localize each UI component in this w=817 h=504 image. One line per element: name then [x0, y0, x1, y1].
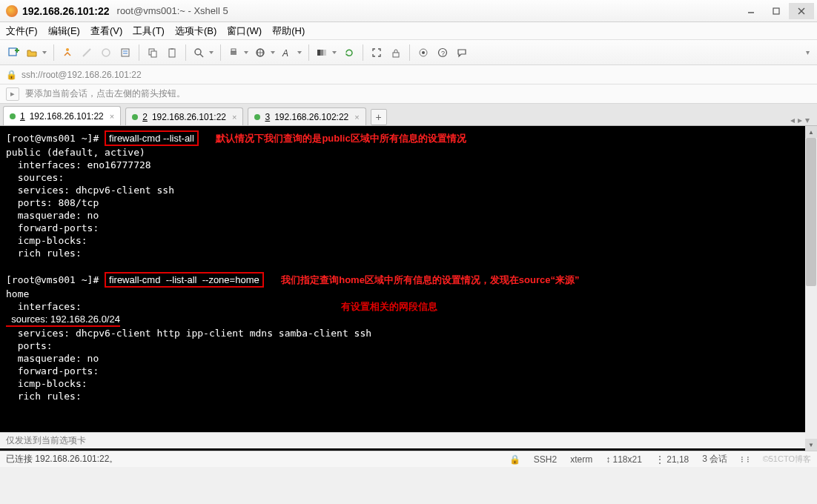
status-ssh: SSH2 [534, 454, 557, 465]
menubar: 文件(F) 编辑(E) 查看(V) 工具(T) 选项卡(B) 窗口(W) 帮助(… [0, 22, 817, 40]
statusbar: 已连接 192.168.26.101:22。 🔒 SSH2 xterm ↕ 11… [0, 451, 817, 467]
fullscreen-button[interactable] [368, 44, 386, 62]
status-sessions: 3 会话 [702, 453, 727, 465]
tab-prev-button[interactable]: ◂ [790, 115, 795, 125]
maximize-button[interactable] [764, 3, 789, 19]
tab-menu-button[interactable]: ▾ [805, 115, 810, 125]
connect-button[interactable] [59, 44, 76, 62]
scrollbar[interactable]: ▲ ▼ [805, 126, 817, 451]
hint-bar: ▸ 要添加当前会话，点击左侧的箭头按钮。 [0, 84, 817, 104]
tabstrip: 1 192.168.26.101:22 × 2 192.168.26.101:2… [0, 104, 817, 126]
print-button[interactable] [225, 44, 251, 62]
annotation-1: 默认情况下我们查询的是public区域中所有信息的设置情况 [216, 133, 466, 144]
window-controls [738, 3, 814, 19]
tab-next-button[interactable]: ▸ [798, 115, 802, 125]
scroll-down-button[interactable]: ▼ [805, 439, 817, 451]
figure-label: 图1-58 [0, 420, 27, 431]
window-title-sub: root@vms001:~ - Xshell 5 [117, 5, 228, 16]
refresh-button[interactable] [340, 44, 358, 62]
globe-button[interactable] [252, 44, 277, 62]
svg-rect-20 [231, 49, 236, 51]
color-scheme-button[interactable] [314, 44, 339, 62]
tab-close-button[interactable]: × [110, 112, 114, 121]
status-lock-icon: 🔒 [509, 454, 520, 465]
svg-point-27 [422, 51, 425, 54]
properties-button[interactable] [116, 44, 134, 62]
command-highlight: firewall-cmd --list-all [105, 130, 199, 146]
address-bar: 🔒 ssh://root@192.168.26.101:22 [0, 65, 817, 84]
svg-rect-23 [317, 50, 320, 56]
annotation-2a: 我们指定查询home区域中所有信息的设置情况，发现在source“来源” [281, 274, 579, 285]
close-button[interactable] [789, 3, 814, 19]
svg-rect-19 [231, 51, 236, 55]
sources-underline: sources: 192.168.26.0/24 [6, 313, 120, 327]
tunnel-button[interactable] [414, 44, 432, 62]
svg-rect-14 [151, 51, 156, 57]
status-size: ↕ 118x21 [606, 454, 642, 465]
titlebar: 192.168.26.101:22 root@vms001:~ - Xshell… [0, 0, 817, 22]
lock-icon: 🔒 [6, 70, 17, 80]
status-term: xterm [570, 454, 592, 465]
session-tab-3[interactable]: 3 192.168.26.102:22 × [248, 107, 366, 125]
reconnect-button[interactable] [97, 44, 115, 62]
scroll-thumb[interactable] [806, 138, 816, 286]
svg-rect-4 [9, 48, 16, 56]
menu-tabs[interactable]: 选项卡(B) [175, 24, 216, 38]
tab-close-button[interactable]: × [232, 113, 236, 122]
tab-label: 192.168.26.101:22 [30, 111, 104, 122]
session-tab-2[interactable]: 2 192.168.26.101:22 × [125, 107, 243, 125]
svg-point-9 [102, 49, 110, 56]
session-tab-1[interactable]: 1 192.168.26.101:22 × [3, 106, 121, 125]
svg-text:?: ? [441, 50, 445, 57]
svg-rect-24 [320, 50, 323, 56]
status-dot-icon [132, 114, 138, 120]
svg-point-17 [195, 49, 201, 55]
status-divider: ⁝ ⁝ [741, 454, 749, 465]
svg-line-18 [200, 54, 203, 57]
copy-button[interactable] [144, 44, 162, 62]
hint-text: 要添加当前会话，点击左侧的箭头按钮。 [25, 87, 185, 100]
tab-navigation: ◂ ▸ ▾ [790, 115, 814, 125]
help-button[interactable]: ? [434, 44, 452, 62]
svg-line-8 [83, 49, 90, 56]
toolbar: A ? ▾ [0, 40, 817, 65]
address-url[interactable]: ssh://root@192.168.26.101:22 [22, 70, 142, 80]
disconnect-button[interactable] [78, 44, 96, 62]
svg-text:A: A [282, 48, 288, 58]
paste-button[interactable] [163, 44, 181, 62]
svg-rect-1 [773, 8, 779, 14]
menu-tools[interactable]: 工具(T) [133, 24, 165, 38]
new-session-button[interactable] [4, 44, 22, 62]
scroll-up-button[interactable]: ▲ [805, 126, 817, 138]
menu-window[interactable]: 窗口(W) [227, 24, 262, 38]
svg-rect-16 [171, 48, 173, 50]
window-title-ip: 192.168.26.101:22 [22, 5, 110, 17]
svg-rect-26 [393, 53, 399, 57]
find-button[interactable] [191, 44, 216, 62]
status-dot-icon [254, 114, 260, 120]
add-tab-button[interactable]: + [371, 109, 387, 125]
chat-button[interactable] [453, 44, 471, 62]
svg-rect-15 [169, 49, 175, 57]
status-dot-icon [10, 113, 16, 119]
command-highlight: firewall-cmd --list-all --zone=home [105, 272, 264, 288]
lock-button[interactable] [387, 44, 405, 62]
tab-number: 2 [142, 112, 148, 122]
tab-close-button[interactable]: × [354, 113, 359, 122]
menu-file[interactable]: 文件(F) [6, 24, 38, 38]
menu-help[interactable]: 帮助(H) [272, 24, 305, 38]
font-button[interactable]: A [279, 44, 304, 62]
minimize-button[interactable] [738, 3, 764, 19]
open-button[interactable] [24, 44, 49, 62]
add-session-arrow-button[interactable]: ▸ [6, 87, 19, 101]
terminal-area[interactable]: [root@vms001 ~]# firewall-cmd --list-all… [0, 126, 817, 451]
send-hint: 仅发送到当前选项卡 [6, 434, 86, 447]
terminal-bottom-bar: 仅发送到当前选项卡 [0, 432, 817, 448]
tab-label: 192.168.26.101:22 [152, 112, 226, 122]
toolbar-overflow[interactable]: ▾ [802, 44, 813, 62]
menu-view[interactable]: 查看(V) [90, 24, 122, 38]
app-icon [6, 5, 18, 17]
tab-number: 1 [20, 111, 25, 122]
annotation-2b: 有设置相关的网段信息 [341, 301, 437, 312]
menu-edit[interactable]: 编辑(E) [48, 24, 80, 38]
